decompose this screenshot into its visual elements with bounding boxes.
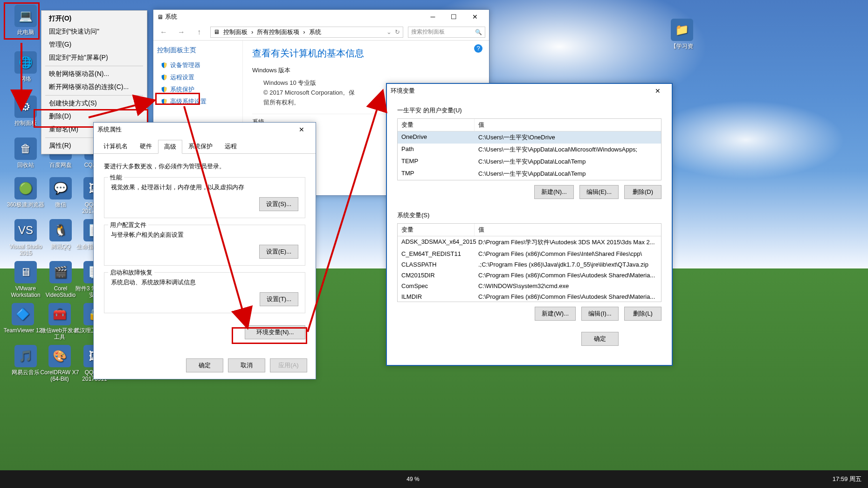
close-button[interactable]: ✕ <box>291 123 312 136</box>
var-value: C:\Program Files (x86)\Common Files\Auto… <box>475 292 661 301</box>
table-row[interactable]: TEMPC:\Users\一生平安\AppData\Local\Temp <box>398 156 661 168</box>
col-variable[interactable]: 变量 <box>398 119 475 131</box>
sys-delete-button[interactable]: 删除(L) <box>624 307 661 321</box>
nav-forward-icon[interactable]: → <box>175 26 188 39</box>
var-name: TMP <box>398 169 475 179</box>
taskbar[interactable]: 49 % 17:59 周五 <box>0 470 868 488</box>
link-remote-settings[interactable]: 远程设置 <box>157 71 239 83</box>
var-value: C:\Users\一生平安\AppData\Local\Temp <box>475 169 661 179</box>
ctx-manage[interactable]: 管理(G) <box>41 38 147 51</box>
app-icon: 🌐 <box>14 51 37 74</box>
tab-system-protection[interactable]: 系统保护 <box>182 139 219 153</box>
icon-label: TeamViewer 12 <box>2 327 44 334</box>
var-name: OneDrive <box>398 132 475 143</box>
admin-message: 要进行大多数更改，你必须作为管理员登录。 <box>104 162 305 171</box>
profile-label: 用户配置文件 <box>108 221 148 229</box>
icon-label: 网络 <box>5 76 47 82</box>
app-icon: 🧰 <box>48 303 71 325</box>
env-ok-button[interactable]: 确定 <box>581 332 619 346</box>
control-panel-home[interactable]: 控制面板主页 <box>157 46 239 55</box>
edition-label: Windows 版本 <box>252 66 480 75</box>
col-variable[interactable]: 变量 <box>398 224 475 236</box>
search-input[interactable]: 搜索控制面板 🔍 <box>408 27 485 38</box>
app-icon: 🖥 <box>14 261 37 283</box>
folder-icon: 🖥 <box>157 14 163 21</box>
var-name: Path <box>398 144 475 155</box>
battery-indicator[interactable]: 49 % <box>403 476 423 482</box>
table-row[interactable]: ILMDIRC:\Program Files (x86)\Common File… <box>398 291 661 302</box>
table-row[interactable]: ADSK_3DSMAX_x64_2015D:\Program Files\学习软… <box>398 236 661 248</box>
nav-up-icon[interactable]: ↑ <box>193 26 206 39</box>
table-row[interactable]: ComSpecC:\WINDOWS\system32\cmd.exe <box>398 281 661 291</box>
user-vars-label: 一生平安 的用户变量(U) <box>397 106 661 115</box>
var-name: ILMDIR <box>398 292 475 301</box>
tab-hardware[interactable]: 硬件 <box>134 139 158 153</box>
env-title: 环境变量 <box>391 87 415 95</box>
table-row[interactable]: OneDriveC:\Users\一生平安\OneDrive <box>398 131 661 144</box>
performance-label: 性能 <box>108 173 124 182</box>
user-new-button[interactable]: 新建(N)... <box>534 185 574 199</box>
desktop-icon-【学习资[interactable]: 📁【学习资 <box>661 19 703 49</box>
cancel-button[interactable]: 取消 <box>228 358 265 372</box>
ctx-shortcut[interactable]: 创建快捷方式(S) <box>41 97 147 110</box>
var-value: C:\Program Files (x86)\Common Files\Inte… <box>475 249 661 258</box>
col-value[interactable]: 值 <box>475 224 488 236</box>
var-name: TEMP <box>398 157 475 167</box>
close-button[interactable]: ✕ <box>464 10 485 23</box>
ok-button[interactable]: 确定 <box>186 358 223 372</box>
maximize-button[interactable]: ☐ <box>443 10 464 23</box>
startup-desc: 系统启动、系统故障和调试信息 <box>111 278 298 287</box>
startup-settings-button[interactable]: 设置(T)... <box>260 292 298 306</box>
tab-advanced[interactable]: 高级 <box>158 140 182 154</box>
var-value: C:\Users\一生平安\OneDrive <box>475 132 661 143</box>
table-row[interactable]: PathC:\Users\一生平安\AppData\Local\Microsof… <box>398 144 661 156</box>
minimize-button[interactable]: ─ <box>422 10 443 23</box>
user-edit-button[interactable]: 编辑(E)... <box>579 185 619 199</box>
help-icon[interactable]: ? <box>474 44 482 53</box>
var-name: C_EM64T_REDIST11 <box>398 249 475 258</box>
user-delete-button[interactable]: 删除(D) <box>624 185 661 199</box>
var-value: C:\WINDOWS\system32\cmd.exe <box>475 282 661 290</box>
app-icon: 🟢 <box>14 177 37 199</box>
adv-settings-highlight <box>155 93 200 105</box>
breadcrumb[interactable]: 🖥 控制面板› 所有控制面板项› 系统 ⌄ ↻ <box>210 27 403 38</box>
app-icon: VS <box>14 219 37 241</box>
var-value: .;C:\Program Files (x86)\Java\jdk1.7.0_5… <box>475 260 661 269</box>
tab-remote[interactable]: 远程 <box>219 139 243 153</box>
profile-settings-button[interactable]: 设置(E)... <box>259 245 298 259</box>
bc-1[interactable]: 控制面板 <box>223 28 248 36</box>
sys-new-button[interactable]: 新建(W)... <box>535 307 576 321</box>
ctx-disconnect[interactable]: 断开网络驱动器的连接(C)... <box>41 81 147 94</box>
shield-icon <box>161 86 167 93</box>
performance-settings-button[interactable]: 设置(S)... <box>259 197 298 211</box>
app-icon: 📁 <box>671 19 693 41</box>
desktop-icon-TeamViewer 12[interactable]: 🔷TeamViewer 12 <box>2 303 44 334</box>
ctx-pin-quick[interactable]: 固定到"快速访问" <box>41 25 147 38</box>
environment-variables-window: 环境变量 ✕ 一生平安 的用户变量(U) 变量 值 OneDriveC:\Use… <box>386 83 673 366</box>
nav-back-icon[interactable]: ← <box>157 26 170 39</box>
system-window-title: 系统 <box>165 13 177 21</box>
performance-desc: 视觉效果，处理器计划，内存使用，以及虚拟内存 <box>111 183 298 192</box>
col-value[interactable]: 值 <box>475 119 488 131</box>
bc-2[interactable]: 所有控制面板项 <box>257 28 299 36</box>
ctx-pin-start[interactable]: 固定到"开始"屏幕(P) <box>41 51 147 64</box>
ctx-open[interactable]: 打开(O) <box>41 12 147 25</box>
tab-computer-name[interactable]: 计算机名 <box>97 139 134 153</box>
desktop-icon-网络[interactable]: 🌐网络 <box>5 51 47 82</box>
ctx-map-drive[interactable]: 映射网络驱动器(N)... <box>41 68 147 81</box>
table-row[interactable]: C_EM64T_REDIST11C:\Program Files (x86)\C… <box>398 248 661 259</box>
table-row[interactable]: CM2015DIRC:\Program Files (x86)\Common F… <box>398 270 661 281</box>
table-row[interactable]: CLASSPATH.;C:\Program Files (x86)\Java\j… <box>398 259 661 270</box>
close-button[interactable]: ✕ <box>647 84 668 97</box>
table-row[interactable]: TMPC:\Users\一生平安\AppData\Local\Temp <box>398 168 661 180</box>
folder-icon: 🖥 <box>214 28 220 35</box>
app-icon: 🐧 <box>49 219 72 241</box>
bc-3[interactable]: 系统 <box>309 28 321 36</box>
apply-button[interactable]: 应用(A) <box>270 358 307 372</box>
clock[interactable]: 17:59 周五 <box>826 475 868 483</box>
sys-edit-button[interactable]: 编辑(I)... <box>581 307 619 321</box>
app-icon: 💬 <box>49 177 72 199</box>
link-device-manager[interactable]: 设备管理器 <box>157 59 239 71</box>
var-name: CLASSPATH <box>398 260 475 269</box>
app-icon: 🗑 <box>14 137 37 160</box>
